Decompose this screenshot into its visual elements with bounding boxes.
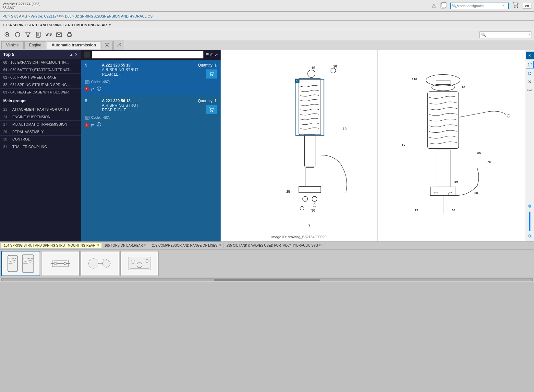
expand-view-icon[interactable]: ⤢ — [215, 53, 218, 57]
cart-add-icon[interactable] — [511, 1, 520, 11]
section-dropdown-icon[interactable]: ▼ — [108, 23, 111, 27]
sidebar: Top 5 ▲ ✕ 60 - 165 EXPANSION TANK,MOUNTI… — [0, 50, 81, 241]
part-badge-1: 1 — [85, 123, 89, 127]
top5-close-icon[interactable]: ✕ — [75, 52, 78, 57]
breadcrumb-d63[interactable]: D63 — [65, 14, 71, 18]
wis-btn[interactable]: WIS — [44, 30, 53, 39]
main-group-29[interactable]: 29 PEDAL ASSEMBLY — [0, 128, 81, 135]
svg-text:70: 70 — [487, 160, 491, 164]
part-card-1[interactable]: 5 A 221 320 56 13 AIR SPRING STRUT REAR … — [81, 95, 221, 131]
sidebar-item-1[interactable]: 64 - 030 BATTERY,STARTER/ALTERNAT... — [0, 66, 81, 74]
part-info-icon-0[interactable]: i — [96, 86, 102, 92]
breadcrumb-pc[interactable]: PC — [3, 14, 7, 18]
bottom-tab-1-icon[interactable]: ⧉ — [144, 243, 146, 247]
parts-header: ☰ ⊞ ⤢ — [81, 50, 221, 60]
sidebar-item-3[interactable]: 82 - 054 SPRING STRUT AND SPRING ... — [0, 81, 81, 89]
grid-view-icon[interactable]: ⊞ — [210, 53, 213, 57]
diagram-svg-left: 15 20 5 10 25 30 7 — [221, 50, 377, 241]
tab-automatic-transmission[interactable]: Automatic transmission — [47, 41, 101, 49]
breadcrumb-springs[interactable]: 32 SPRINGS,SUSPENSION AND HYDRAULICS — [75, 14, 153, 18]
thumbnail-0[interactable] — [1, 251, 40, 276]
tab-settings-icon[interactable] — [102, 41, 113, 50]
part-info-icon-1[interactable]: i — [96, 122, 102, 128]
warning-icon[interactable]: ⚠ — [431, 2, 437, 9]
rt-undo-btn[interactable]: ↺ — [526, 69, 534, 77]
toolbar-search-input[interactable] — [486, 33, 528, 37]
add-to-cart-btn-1[interactable] — [206, 105, 217, 114]
rt-close-btn[interactable]: ✕ — [526, 52, 534, 59]
scrollbar-track[interactable] — [1, 278, 533, 281]
main-group-21[interactable]: 21 ATTACHMENT PARTS FOR UNITS — [0, 106, 81, 113]
language-selector[interactable]: en — [523, 3, 531, 9]
svg-point-50 — [431, 84, 454, 91]
top5-collapse-icon[interactable]: ▲ — [69, 52, 73, 57]
part-actions-0: 1 ⇄ i — [85, 86, 217, 92]
thumbnail-3[interactable] — [120, 251, 159, 276]
copy-icon[interactable] — [439, 1, 448, 11]
bottom-tab-3[interactable]: 235 OIL TANK & VALVES USED FOR "ABC" HYD… — [224, 243, 324, 248]
zoom-in-btn[interactable] — [3, 30, 12, 39]
tab-engine[interactable]: Engine — [24, 41, 46, 49]
svg-rect-39 — [296, 79, 324, 136]
svg-text:1: 1 — [39, 35, 40, 38]
part-badge-0: 1 — [85, 87, 89, 91]
search-icon: 🔍 — [452, 4, 457, 8]
toolbar-search-clear[interactable]: ✕ — [528, 33, 531, 36]
rt-sync-btn[interactable] — [526, 61, 534, 68]
svg-text:i: i — [17, 33, 18, 37]
sidebar-item-0[interactable]: 60 - 165 EXPANSION TANK,MOUNTIN... — [0, 59, 81, 66]
part-card-0[interactable]: 5 A 221 320 55 13 AIR SPRING STRUT REAR … — [81, 60, 221, 95]
rt-svg-btn[interactable]: SVG — [526, 86, 534, 94]
sidebar-item-2[interactable]: 82 - 030 FRONT WHEEL BRAKE — [0, 74, 81, 81]
bottom-tab-2-icon[interactable]: ⧉ — [219, 243, 221, 247]
part-exchange-icon-1[interactable]: ⇄ — [91, 122, 94, 128]
tab-wrench-icon[interactable] — [113, 41, 124, 50]
scrollbar-thumb[interactable] — [214, 279, 320, 281]
tab-vehicle[interactable]: Vehicle — [1, 41, 24, 49]
main-group-27[interactable]: 27 MB AUTOMATIC TRANSMISSION — [0, 121, 81, 128]
search-clear-icon[interactable]: ✕ — [502, 4, 505, 7]
bottom-tabs: 154 SPRING STRUT AND SPRING STRUT MOUNTI… — [0, 242, 534, 250]
rt-close2-btn[interactable]: ✕ — [526, 78, 534, 86]
bottom-tab-2[interactable]: 232 COMPRESSOR AND RANGE OF LINES ⧉ — [149, 243, 224, 248]
svg-point-47 — [313, 204, 316, 207]
mail-btn[interactable] — [55, 30, 64, 39]
rt-zoom-in-btn[interactable] — [526, 202, 534, 210]
svg-point-75 — [89, 259, 98, 268]
svg-point-46 — [300, 206, 304, 210]
model-search-input[interactable] — [457, 4, 502, 8]
toolbar-left: i 1 WIS — [3, 30, 74, 39]
model-search-box[interactable]: 🔍 ✕ — [450, 3, 509, 9]
bottom-tab-3-icon[interactable]: ⧉ — [319, 243, 322, 247]
document-btn[interactable]: 1 — [34, 30, 43, 39]
main-group-30[interactable]: 30 CONTROL — [0, 136, 81, 143]
rt-zoom-out-btn[interactable] — [526, 232, 534, 240]
current-section[interactable]: 154 SPRING STRUT AND SPRING STRUT MOUNTI… — [6, 23, 112, 27]
parts-search-input[interactable] — [92, 51, 203, 58]
svg-point-15 — [212, 75, 213, 76]
svg-text:7: 7 — [308, 224, 310, 228]
breadcrumb-vehicle[interactable]: Vehicle: C221174 — [30, 14, 58, 18]
sidebar-item-4[interactable]: 83 - 045 HEATER CASE WITH BLOWER — [0, 89, 81, 96]
part-exchange-icon-0[interactable]: ⇄ — [91, 87, 94, 92]
filter-btn[interactable] — [23, 30, 32, 39]
info-btn[interactable]: i — [13, 30, 22, 39]
bottom-tab-0-icon[interactable]: ⧉ — [97, 243, 99, 247]
main-group-24[interactable]: 24 ENGINE SUSPENSION — [0, 113, 81, 120]
thumbnail-1[interactable] — [41, 251, 80, 276]
bottom-tab-1[interactable]: 165 TORSION BAR,REAR ⧉ — [102, 243, 150, 248]
rt-slider[interactable] — [529, 212, 530, 231]
thumbnail-2[interactable] — [80, 251, 119, 276]
add-to-cart-btn-0[interactable] — [206, 69, 217, 79]
vehicle-copy-icon[interactable]: ⧉ — [59, 14, 62, 18]
main-group-31[interactable]: 31 TRAILER COUPLING — [0, 143, 81, 150]
print-btn[interactable] — [65, 30, 74, 39]
svg-text:30: 30 — [311, 208, 315, 212]
vehicle-id: Vehicle: C221174 (D63) — [3, 2, 41, 6]
main-content: Top 5 ▲ ✕ 60 - 165 EXPANSION TANK,MOUNTI… — [0, 50, 534, 241]
list-view-icon[interactable]: ☰ — [205, 53, 209, 57]
breadcrumb-s63amg[interactable]: S 63 AMG — [11, 14, 27, 18]
toolbar-search-box[interactable]: 🔍 ✕ — [479, 31, 531, 38]
parts-nav-prev[interactable] — [84, 52, 90, 58]
bottom-tab-0[interactable]: 154 SPRING STRUT AND SPRING STRUT MOUNTI… — [1, 243, 102, 248]
